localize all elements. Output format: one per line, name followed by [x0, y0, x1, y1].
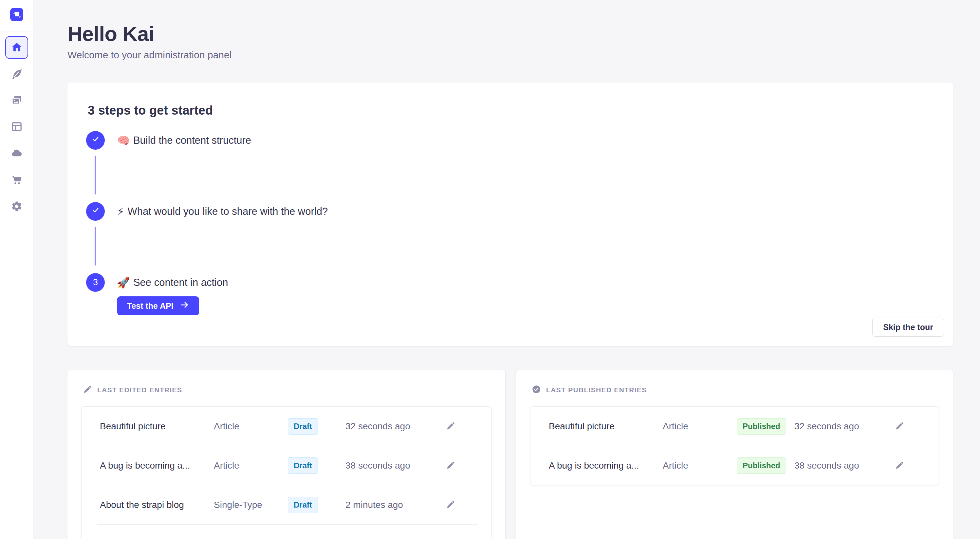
step-1-label: 🧠 Build the content structure — [117, 134, 251, 147]
app-root: Hello Kai Welcome to your administration… — [0, 0, 980, 539]
last-published-title: LAST PUBLISHED ENTRIES — [546, 386, 647, 394]
step-3-number-indicator: 3 — [86, 273, 105, 292]
edit-entry-button[interactable] — [445, 461, 455, 471]
entries-section: LAST EDITED ENTRIES Beautiful picture Ar… — [67, 370, 953, 539]
entry-title: A bug is becoming a... — [100, 460, 214, 471]
pencil-icon — [895, 466, 904, 471]
arrow-right-icon — [180, 300, 189, 312]
pencil-icon — [895, 427, 904, 432]
page-title: Hello Kai — [67, 23, 953, 45]
edit-entry-button[interactable] — [894, 421, 904, 431]
sidebar-item-media-library[interactable] — [5, 89, 28, 112]
entry-kind: Article — [214, 460, 288, 471]
step-connector-2 — [95, 227, 95, 266]
sidebar — [0, 0, 33, 539]
brain-emoji: 🧠 — [117, 134, 130, 147]
strapi-logo[interactable] — [10, 8, 23, 21]
step-2-label: ⚡ What would you like to share with the … — [117, 205, 328, 218]
sidebar-item-content-type-builder[interactable] — [5, 116, 28, 138]
layout-icon — [11, 121, 22, 134]
row-divider — [97, 524, 478, 525]
sidebar-item-home[interactable] — [5, 36, 28, 59]
step-connector-1 — [95, 156, 95, 194]
onboarding-step-1: 🧠 Build the content structure — [86, 131, 251, 149]
feather-icon — [11, 68, 22, 81]
status-badge: Draft — [288, 458, 318, 474]
home-icon — [11, 41, 22, 54]
onboarding-title: 3 steps to get started — [88, 103, 213, 118]
entry-time: 2 minutes ago — [345, 500, 445, 510]
status-badge: Draft — [288, 418, 318, 434]
step-3-label: 🚀 See content in action — [117, 277, 228, 289]
status-badge: Published — [737, 418, 786, 434]
step-2-done-indicator — [86, 202, 105, 221]
cart-icon — [11, 174, 22, 187]
entry-time: 38 seconds ago — [794, 460, 894, 471]
check-icon — [91, 206, 100, 217]
entry-kind: Single-Type — [214, 500, 288, 510]
table-row: A bug is becoming a... Article Draft 38 … — [81, 446, 491, 485]
edit-entry-button[interactable] — [445, 421, 455, 431]
table-row: About the strapi blog Single-Type Draft … — [81, 485, 491, 524]
check-icon — [91, 135, 100, 146]
status-badge: Draft — [288, 497, 318, 513]
step-1-done-indicator — [86, 131, 105, 149]
entry-kind: Article — [663, 460, 737, 471]
entry-title: Beautiful picture — [549, 421, 663, 432]
table-row: Beautiful picture Article Published 32 s… — [530, 407, 939, 446]
sidebar-item-settings[interactable] — [5, 195, 28, 218]
table-row: Beautiful picture Article Draft 32 secon… — [81, 407, 491, 446]
last-published-card: LAST PUBLISHED ENTRIES Beautiful picture… — [516, 370, 953, 539]
sidebar-nav — [0, 32, 33, 222]
strapi-logo-icon — [10, 8, 23, 22]
entry-kind: Article — [663, 421, 737, 432]
last-edited-card: LAST EDITED ENTRIES Beautiful picture Ar… — [67, 370, 505, 539]
table-row: A bug is becoming a... Article Published… — [530, 446, 939, 485]
last-published-table: Beautiful picture Article Published 32 s… — [530, 406, 939, 485]
last-edited-table: Beautiful picture Article Draft 32 secon… — [81, 406, 492, 539]
rocket-emoji: 🚀 — [117, 277, 130, 289]
onboarding-card: 3 steps to get started 🧠 Build the conte… — [67, 83, 953, 346]
pencil-icon — [83, 385, 92, 395]
skip-tour-button[interactable]: Skip the tour — [872, 318, 944, 337]
page-subtitle: Welcome to your administration panel — [67, 49, 953, 61]
pencil-icon — [446, 505, 455, 510]
edit-entry-button[interactable] — [445, 500, 455, 510]
entry-time: 38 seconds ago — [345, 460, 445, 471]
main-content: Hello Kai Welcome to your administration… — [33, 0, 980, 539]
cloud-icon — [11, 147, 22, 160]
entry-kind: Article — [214, 421, 288, 432]
last-published-header: LAST PUBLISHED ENTRIES — [532, 385, 953, 395]
entry-title: Beautiful picture — [100, 421, 214, 432]
zap-emoji: ⚡ — [117, 205, 124, 218]
onboarding-step-3: 3 🚀 See content in action — [86, 273, 228, 292]
entry-time: 32 seconds ago — [345, 421, 445, 432]
sidebar-item-cloud[interactable] — [5, 142, 28, 165]
test-api-button[interactable]: Test the API — [117, 296, 199, 315]
pencil-icon — [446, 466, 455, 471]
status-badge: Published — [737, 458, 786, 474]
edit-entry-button[interactable] — [894, 461, 904, 471]
sidebar-item-marketplace[interactable] — [5, 169, 28, 192]
gear-icon — [11, 200, 22, 213]
last-edited-title: LAST EDITED ENTRIES — [97, 386, 182, 394]
onboarding-step-2: ⚡ What would you like to share with the … — [86, 202, 328, 221]
pencil-icon — [446, 427, 455, 432]
entry-time: 32 seconds ago — [794, 421, 894, 432]
check-circle-icon — [532, 385, 541, 395]
entry-title: About the strapi blog — [100, 500, 214, 510]
sidebar-item-content-manager[interactable] — [5, 62, 28, 86]
last-edited-header: LAST EDITED ENTRIES — [83, 385, 505, 395]
entry-title: A bug is becoming a... — [549, 460, 663, 471]
images-icon — [11, 94, 22, 107]
